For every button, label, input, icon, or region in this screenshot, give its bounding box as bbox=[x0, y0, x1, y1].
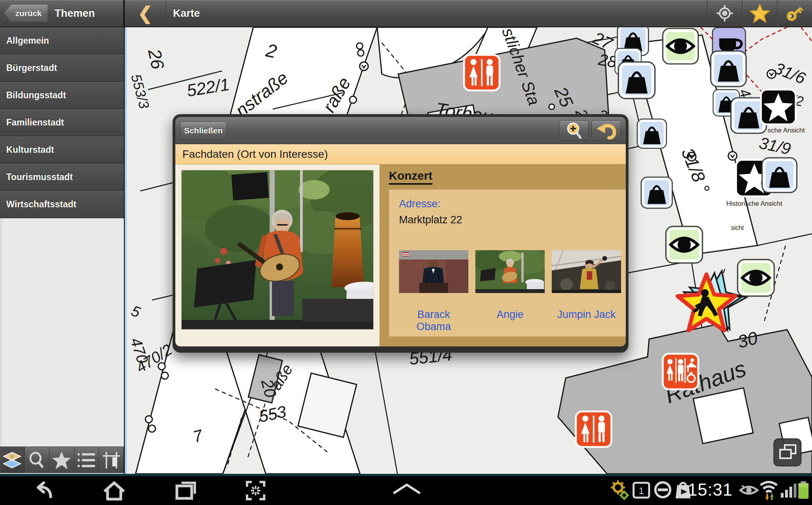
address-value: Marktplatz 22 bbox=[399, 214, 621, 226]
sidebar-item-familienstadt[interactable]: Familienstadt bbox=[0, 109, 124, 136]
battery-icon bbox=[797, 480, 810, 500]
zoom-to-poi-button[interactable] bbox=[559, 120, 589, 141]
key-icon bbox=[785, 3, 805, 23]
section-title: Konzert bbox=[389, 169, 432, 185]
sidebar-toolbar bbox=[0, 447, 124, 473]
thumbnail-jumpin-jack[interactable] bbox=[552, 250, 621, 293]
sidebar-item-buergerstadt[interactable]: Bürgerstadt bbox=[0, 55, 124, 82]
settings-notification-icon bbox=[610, 480, 629, 500]
shopping-bag-icon[interactable] bbox=[711, 51, 746, 87]
home-nav-icon[interactable] bbox=[102, 480, 126, 501]
eye-icon[interactable] bbox=[666, 226, 703, 263]
zoom-in-icon bbox=[564, 121, 584, 140]
address-label: Adresse: bbox=[399, 198, 621, 210]
parcel-label: 26 bbox=[144, 47, 168, 71]
thumbnail-barack-obama[interactable] bbox=[399, 250, 468, 293]
clock: 15:31 bbox=[688, 480, 733, 500]
thumbnail-angie[interactable] bbox=[475, 250, 545, 293]
measure-tool-button[interactable] bbox=[99, 447, 124, 473]
layers-tool-button[interactable] bbox=[0, 447, 25, 473]
map-left-edge bbox=[125, 27, 127, 474]
star-poi-icon[interactable] bbox=[761, 90, 796, 124]
close-button[interactable]: Schließen bbox=[180, 122, 227, 139]
wc-icon[interactable] bbox=[464, 55, 500, 90]
screenshot-icon[interactable] bbox=[245, 480, 267, 501]
favorites-button[interactable] bbox=[742, 0, 777, 27]
smart-stay-icon bbox=[739, 482, 759, 498]
sidebar-item-allgemein[interactable]: Allgemein bbox=[0, 27, 124, 55]
star-icon bbox=[52, 451, 71, 470]
search-icon bbox=[28, 451, 46, 469]
eye-icon[interactable] bbox=[663, 28, 698, 64]
link-barack-obama[interactable]: Barack Obama bbox=[399, 309, 468, 333]
signal-icon bbox=[780, 480, 797, 500]
svg-text:1: 1 bbox=[639, 486, 644, 496]
dialog-header: Fachdaten (Ort von Interesse) bbox=[175, 144, 626, 164]
sidebar-item-kulturstadt[interactable]: Kulturstadt bbox=[0, 136, 124, 164]
search-tool-button[interactable] bbox=[25, 447, 50, 473]
sidebar-item-bildungsstadt[interactable]: Bildungsstadt bbox=[0, 82, 124, 109]
wc-family-icon[interactable] bbox=[663, 354, 698, 389]
locate-button[interactable] bbox=[707, 0, 742, 27]
shopping-bag-icon[interactable] bbox=[637, 119, 666, 148]
wifi-icon bbox=[759, 480, 778, 501]
wc-icon[interactable] bbox=[576, 411, 611, 447]
poi-caption: sicht bbox=[731, 224, 744, 231]
system-bar: 1 15:31 bbox=[0, 476, 812, 505]
poi-dialog: Schließen bbox=[173, 114, 628, 353]
link-jumpin-jack[interactable]: Jumpin Jack bbox=[552, 309, 621, 333]
measure-icon bbox=[102, 451, 120, 469]
shopping-bag-icon[interactable] bbox=[762, 158, 797, 192]
sidebar-empty-area bbox=[0, 218, 124, 447]
themes-sidebar: Allgemein Bürgerstadt Bildungsstadt Fami… bbox=[0, 27, 124, 474]
mute-notification-icon bbox=[653, 480, 673, 500]
back-nav-icon[interactable] bbox=[33, 480, 55, 501]
sidebar-title: Themen bbox=[55, 7, 95, 19]
sidebar-item-tourismusstadt[interactable]: Tourismusstadt bbox=[0, 164, 124, 191]
eye-icon[interactable] bbox=[738, 260, 774, 296]
concert-photo bbox=[182, 170, 373, 329]
layers-icon bbox=[2, 451, 22, 469]
sidebar-item-wirtschaftsstadt[interactable]: Wirtschaftsstadt bbox=[0, 191, 124, 218]
list-tool-button[interactable] bbox=[74, 447, 99, 473]
shopping-bag-icon[interactable] bbox=[618, 62, 655, 99]
poi-info-box: Adresse: Marktplatz 22 bbox=[389, 189, 626, 337]
star-icon bbox=[750, 4, 770, 23]
list-icon bbox=[77, 452, 96, 468]
calendar-notification-icon: 1 bbox=[632, 480, 651, 500]
app-screen: zurück Themen ❮ Karte bbox=[0, 0, 812, 505]
undo-button[interactable] bbox=[591, 120, 621, 141]
poi-caption: Historische Ansicht bbox=[726, 200, 782, 207]
map-switch-button[interactable] bbox=[774, 439, 801, 466]
sidebar-header: zurück Themen bbox=[0, 0, 124, 27]
shopping-bag-icon[interactable] bbox=[641, 177, 673, 208]
poi-details-panel: Konzert Adresse: Marktplatz 22 bbox=[380, 164, 626, 346]
dialog-titlebar: Schließen bbox=[175, 117, 626, 144]
zurueck-button[interactable]: zurück bbox=[4, 5, 48, 22]
undo-arrow-icon bbox=[596, 122, 617, 139]
map-title: Karte bbox=[173, 7, 200, 19]
crosshair-icon bbox=[716, 5, 733, 22]
photo-pane bbox=[175, 164, 380, 346]
map-back-chevron-icon[interactable]: ❮ bbox=[125, 0, 166, 27]
link-angie[interactable]: Angie bbox=[475, 309, 545, 333]
tray-chevron-icon[interactable] bbox=[391, 483, 422, 495]
recent-apps-icon[interactable] bbox=[174, 480, 197, 501]
map-header: ❮ Karte bbox=[125, 0, 812, 27]
favorites-tool-button[interactable] bbox=[49, 447, 74, 473]
login-button[interactable] bbox=[777, 0, 812, 27]
poi-caption: sche Ansicht bbox=[768, 127, 805, 134]
